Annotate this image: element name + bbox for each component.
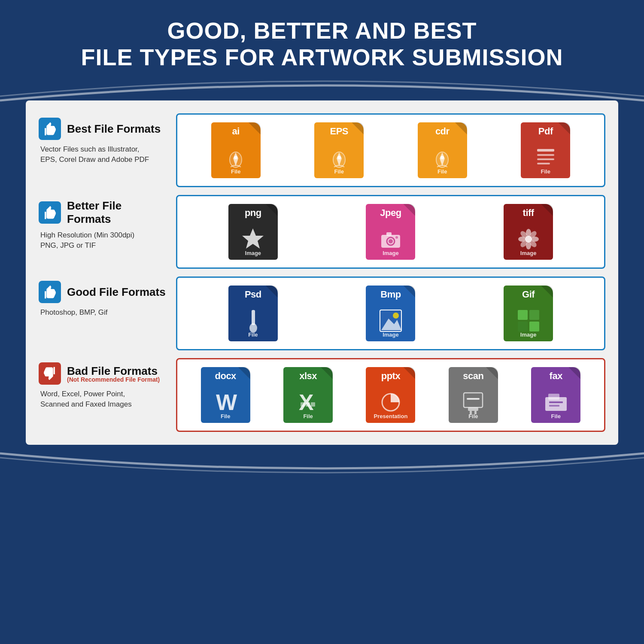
- format-row-good: Good File Formats Photoshop, BMP, Gif Ps…: [39, 276, 605, 350]
- file-label-pptx: Presentation: [366, 413, 415, 419]
- file-shape-Bmp: Bmp Image: [366, 286, 415, 341]
- svg-rect-33: [529, 322, 539, 331]
- file-shape-fax: fax File: [531, 367, 580, 423]
- svg-text:W: W: [216, 390, 237, 415]
- thumb-up-icon: [39, 281, 61, 303]
- icons-area-bad: docx W File xlsx X File pptx: [176, 358, 605, 432]
- svg-rect-7: [537, 154, 554, 156]
- svg-rect-46: [548, 394, 559, 400]
- file-label-tiff: Image: [504, 250, 553, 256]
- file-ext-cdr: cdr: [435, 126, 450, 137]
- file-shape-Psd: Psd File: [228, 286, 278, 341]
- file-label-scan: File: [449, 413, 498, 419]
- file-ext-tiff: tiff: [523, 207, 534, 219]
- file-shape-EPS: EPS File: [314, 122, 364, 178]
- svg-rect-47: [549, 401, 563, 403]
- row-desc-bad: Word, Excel, Power Point,Scanned and Fax…: [39, 389, 167, 410]
- label-area-good: Good File Formats Photoshop, BMP, Gif: [39, 276, 176, 350]
- svg-rect-6: [537, 149, 554, 152]
- file-label-cdr: File: [418, 168, 467, 175]
- svg-rect-30: [518, 310, 528, 320]
- file-icon-Psd: Psd File: [225, 286, 281, 341]
- svg-rect-38: [311, 402, 315, 407]
- row-desc-better: High Resolution (Min 300dpi)PNG, JPG or …: [39, 230, 167, 251]
- row-subtitle-bad: (Not Recommended File Format): [67, 376, 160, 383]
- svg-point-1: [234, 156, 237, 159]
- icons-area-best: ai File EPS File: [176, 113, 605, 187]
- file-shape-Pdf: Pdf File: [521, 122, 570, 178]
- svg-rect-48: [549, 405, 559, 407]
- label-area-better: Better File Formats High Resolution (Min…: [39, 195, 176, 269]
- file-label-xlsx: File: [283, 413, 333, 419]
- svg-rect-14: [386, 232, 392, 236]
- icons-area-good: Psd File Bmp Image Gif: [176, 276, 605, 350]
- file-ext-Bmp: Bmp: [380, 289, 401, 300]
- format-row-bad: Bad File Formats (Not Recommended File F…: [39, 358, 605, 432]
- file-icon-Jpeg: Jpeg Image: [363, 204, 419, 260]
- file-icon-Gif: Gif Image: [501, 286, 556, 341]
- svg-rect-25: [252, 310, 255, 325]
- file-shape-png: png Image: [228, 204, 278, 260]
- thumb-up-icon: [39, 201, 61, 224]
- svg-rect-40: [464, 393, 483, 407]
- svg-point-15: [395, 236, 398, 239]
- file-icon-Bmp: Bmp Image: [363, 286, 419, 341]
- header: GOOD, BETTER AND BEST FILE TYPES FOR ART…: [0, 0, 644, 79]
- file-shape-scan: scan File: [449, 367, 498, 423]
- file-icon-xlsx: xlsx X File: [280, 367, 336, 423]
- label-header-bad: Bad File Formats (Not Recommended File F…: [39, 362, 167, 385]
- svg-rect-31: [529, 310, 539, 320]
- thumb-up-icon: [39, 118, 61, 140]
- main-content: Best File Formats Vector Files such as I…: [26, 100, 618, 445]
- file-icon-docx: docx W File: [197, 367, 253, 423]
- file-label-ai: File: [211, 168, 261, 175]
- file-icon-tiff: tiff Image: [501, 204, 556, 260]
- svg-point-29: [393, 313, 399, 319]
- svg-rect-8: [537, 158, 554, 160]
- file-icon-scan: scan File: [445, 367, 501, 423]
- file-label-Gif: Image: [504, 331, 553, 338]
- svg-marker-10: [242, 228, 264, 249]
- file-label-EPS: File: [314, 168, 364, 175]
- file-shape-cdr: cdr File: [418, 122, 467, 178]
- header-title: GOOD, BETTER AND BEST FILE TYPES FOR ART…: [26, 17, 618, 70]
- file-icon-fax: fax File: [528, 367, 584, 423]
- row-title-good: Good File Formats: [67, 286, 166, 299]
- file-shape-Gif: Gif Image: [504, 286, 553, 341]
- file-label-fax: File: [531, 413, 580, 419]
- file-label-Bmp: Image: [366, 331, 415, 338]
- file-ext-png: png: [245, 207, 261, 219]
- thumb-down-icon: [39, 362, 61, 385]
- file-shape-pptx: pptx Presentation: [366, 367, 415, 423]
- file-label-Psd: File: [228, 331, 278, 338]
- svg-point-13: [389, 239, 393, 243]
- label-header-best: Best File Formats: [39, 118, 167, 140]
- file-ext-fax: fax: [550, 371, 562, 382]
- svg-rect-37: [306, 402, 310, 407]
- file-ext-Gif: Gif: [522, 289, 535, 300]
- file-icon-EPS: EPS File: [311, 122, 367, 178]
- label-header-good: Good File Formats: [39, 281, 167, 303]
- file-icon-Pdf: Pdf File: [518, 122, 574, 178]
- file-ext-pptx: pptx: [381, 371, 400, 382]
- file-label-docx: File: [201, 413, 250, 419]
- svg-rect-32: [518, 322, 528, 331]
- file-ext-Psd: Psd: [245, 289, 261, 300]
- svg-rect-42: [468, 407, 478, 411]
- file-ext-EPS: EPS: [330, 126, 348, 137]
- file-ext-scan: scan: [463, 371, 483, 382]
- svg-rect-41: [467, 398, 480, 400]
- label-area-bad: Bad File Formats (Not Recommended File F…: [39, 358, 176, 432]
- file-icon-png: png Image: [225, 204, 281, 260]
- file-label-Jpeg: Image: [366, 250, 415, 256]
- file-icon-ai: ai File: [208, 122, 264, 178]
- file-shape-xlsx: xlsx X File: [283, 367, 333, 423]
- swoosh-decoration-bottom: [0, 449, 644, 477]
- svg-point-5: [440, 156, 444, 159]
- file-ext-Jpeg: Jpeg: [380, 207, 401, 219]
- svg-rect-9: [537, 163, 550, 164]
- file-icon-cdr: cdr File: [414, 122, 470, 178]
- file-icon-pptx: pptx Presentation: [363, 367, 419, 423]
- row-title-better: Better File Formats: [67, 199, 167, 226]
- icons-area-better: png Image Jpeg Image: [176, 195, 605, 269]
